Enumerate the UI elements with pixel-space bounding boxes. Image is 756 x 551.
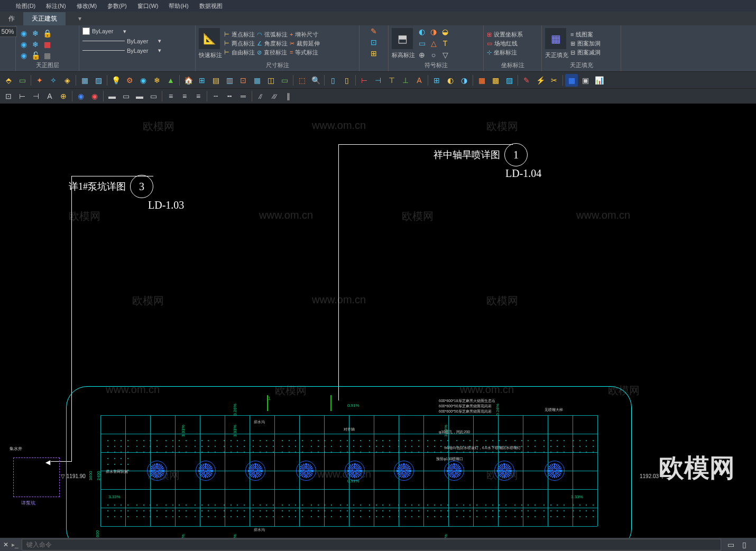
tool-icon[interactable]: ≡ (192, 90, 205, 102)
merge-icon[interactable]: ▦ (42, 51, 52, 60)
tool-icon[interactable]: ⊡ (2, 90, 15, 102)
menu-dimension[interactable]: 标注(N) (46, 2, 66, 10)
tool-icon[interactable]: ⬘ (2, 74, 15, 87)
dim-eq[interactable]: =等式标注 (290, 49, 320, 57)
tool-icon[interactable]: ▤ (209, 74, 222, 87)
tool-icon[interactable]: ≡ (164, 90, 177, 102)
layer-icon2[interactable]: ◉ (19, 40, 29, 49)
freeze-icon2[interactable]: ❄ (31, 40, 40, 49)
tool-icon[interactable]: ▭ (147, 90, 160, 102)
close-icon[interactable]: ▾ (78, 15, 81, 22)
tool-icon[interactable]: ▦ (251, 74, 263, 87)
dim-add[interactable]: +增补尺寸 (290, 31, 320, 39)
tool-icon[interactable]: ◉ (88, 90, 101, 102)
menu-modify[interactable]: 修改(M) (77, 2, 97, 10)
menu-help[interactable]: 帮助(H) (169, 2, 188, 10)
tab-tianzheng[interactable]: 天正建筑 (23, 12, 66, 25)
symbol-icon[interactable]: ◑ (429, 27, 438, 36)
tool-icon[interactable]: ⬚ (296, 74, 308, 87)
freeze-icon[interactable]: ❄ (31, 29, 40, 38)
tab-action[interactable]: 作 (0, 12, 23, 25)
zoom-pct[interactable]: 50% (0, 26, 17, 37)
symbol-icon[interactable]: ◒ (440, 27, 450, 36)
symbol-icon[interactable]: ⊕ (417, 50, 427, 60)
tool-icon[interactable]: ▦ (565, 74, 578, 87)
tool-icon[interactable]: ▩ (489, 74, 502, 87)
quick-dim-icon[interactable]: 📐 (199, 28, 220, 49)
tool-icon[interactable]: ∥ (282, 90, 294, 102)
dim-dia[interactable]: ⊘直径标注 (257, 49, 288, 57)
layer-icon[interactable]: ◉ (19, 29, 29, 38)
drawing-canvas[interactable]: 欧模网 www.om.cn 欧模网 欧模网 www.om.cn 欧模网 www.… (0, 104, 756, 551)
tool-icon[interactable]: ⊞ (369, 49, 379, 58)
tool-icon[interactable]: ⊕ (57, 90, 70, 102)
tool-icon[interactable]: ◐ (444, 74, 457, 87)
dim-free[interactable]: ⊢自由标注 (224, 49, 255, 57)
tool-icon[interactable]: ✎ (369, 26, 379, 36)
tool-icon[interactable]: A (43, 90, 56, 102)
coord-dim[interactable]: ⊹坐标标注 (487, 49, 523, 57)
coord-site[interactable]: ▭场地红线 (487, 40, 523, 48)
tool-icon[interactable]: ▥ (223, 74, 236, 87)
tool-icon[interactable]: ⊥ (399, 74, 412, 87)
fill-icon[interactable]: ▦ (545, 28, 566, 49)
linetype-dropdown[interactable]: ByLayer ▾ (82, 38, 161, 44)
symbol-icon[interactable]: ▭ (417, 39, 427, 48)
tool-icon[interactable]: ▬ (106, 90, 118, 102)
tool-icon[interactable]: ⚡ (534, 74, 547, 87)
tool-icon[interactable]: ⊣ (30, 90, 42, 102)
tool-icon[interactable]: ▬ (133, 90, 146, 102)
tool-icon[interactable]: ▭ (16, 74, 29, 87)
tool-icon[interactable]: ✎ (520, 74, 533, 87)
tool-icon[interactable]: A (413, 74, 426, 87)
fill-add-hole[interactable]: ⊞图案加洞 (570, 40, 601, 48)
tool-icon[interactable]: ✦ (33, 74, 46, 87)
tool-icon[interactable]: ⫽ (254, 90, 267, 102)
tool-icon[interactable]: ❄ (151, 74, 163, 87)
symbol-icon[interactable]: △ (429, 39, 438, 48)
tool-icon[interactable]: ◈ (61, 74, 73, 87)
fill-sub-hole[interactable]: ⊟图案减洞 (570, 49, 601, 57)
tool-icon[interactable]: 🔍 (309, 74, 322, 87)
tool-icon[interactable]: ▦ (475, 74, 488, 87)
tool-icon[interactable]: ⫻ (268, 90, 281, 102)
tool-icon[interactable]: ╌ (209, 90, 222, 102)
tool-icon[interactable]: ⊡ (237, 74, 250, 87)
symbol-icon[interactable]: ○ (429, 50, 438, 60)
status-icon[interactable]: ▭ (724, 538, 737, 551)
tool-icon[interactable]: ✧ (47, 74, 60, 87)
tool-icon[interactable]: ▦ (78, 74, 91, 87)
elev-dim-icon[interactable]: ⬒ (392, 28, 413, 49)
menu-draw[interactable]: 绘图(D) (16, 2, 35, 10)
tool-icon[interactable]: ⚙ (123, 74, 136, 87)
tool-icon[interactable]: ▯ (327, 74, 339, 87)
dim-trim[interactable]: ✂裁剪延伸 (290, 40, 320, 48)
layer-icon3[interactable]: ◉ (19, 51, 29, 60)
tool-icon[interactable]: ▭ (119, 90, 132, 102)
tool-icon[interactable]: ◉ (137, 74, 150, 87)
tool-icon[interactable]: ⊤ (385, 74, 398, 87)
tool-icon[interactable]: ◑ (458, 74, 471, 87)
tool-icon[interactable]: ▯ (340, 74, 353, 87)
symbol-icon[interactable]: ▽ (440, 50, 450, 60)
tool-icon[interactable]: ▨ (92, 74, 105, 87)
tool-icon[interactable]: ╍ (223, 90, 236, 102)
tool-icon[interactable]: 📊 (593, 74, 605, 87)
cmd-close-icon[interactable]: ✕ (0, 541, 12, 548)
tool-icon[interactable]: ◫ (264, 74, 277, 87)
tab-extra[interactable]: ▾ (66, 13, 90, 24)
dim-two-point[interactable]: ⊢两点标注 (224, 40, 255, 48)
dim-arc[interactable]: ◠弦弧标注 (257, 31, 288, 39)
tool-icon[interactable]: ▨ (503, 74, 515, 87)
fill-pattern[interactable]: ≡线图案 (570, 31, 601, 39)
menu-dataview[interactable]: 数据视图 (199, 2, 223, 10)
tool-icon[interactable]: ≡ (178, 90, 191, 102)
coord-set[interactable]: ⊞设置坐标系 (487, 31, 523, 39)
lock-icon2[interactable]: 🔓 (31, 51, 40, 60)
tool-icon[interactable]: ═ (237, 90, 250, 102)
symbol-icon[interactable]: ◐ (417, 27, 427, 36)
lineweight-dropdown[interactable]: ByLayer ▾ (82, 47, 161, 54)
lock-icon[interactable]: 🔒 (42, 29, 52, 38)
dim-point[interactable]: ⊢逐点标注 (224, 31, 255, 39)
tool-icon[interactable]: ⊢ (16, 90, 29, 102)
